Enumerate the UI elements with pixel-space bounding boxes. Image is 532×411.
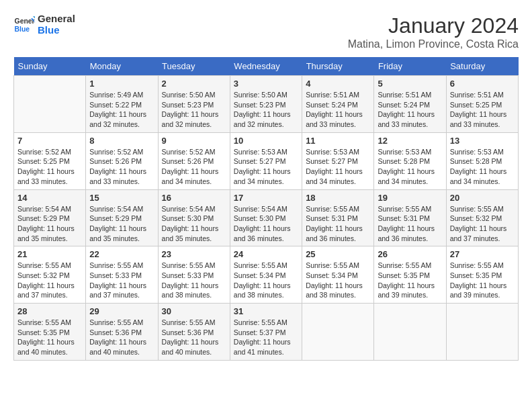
day-number: 13 (450, 136, 515, 146)
header-saturday: Saturday (446, 57, 518, 76)
calendar-header-row: SundayMondayTuesdayWednesdayThursdayFrid… (14, 57, 519, 76)
day-number: 24 (234, 249, 298, 259)
day-info: Sunrise: 5:52 AM Sunset: 5:26 PM Dayligh… (162, 147, 226, 187)
calendar-cell: 1Sunrise: 5:49 AM Sunset: 5:22 PM Daylig… (86, 76, 158, 133)
calendar-cell: 13Sunrise: 5:53 AM Sunset: 5:28 PM Dayli… (446, 132, 518, 189)
logo-line1: General (38, 13, 75, 25)
day-info: Sunrise: 5:54 AM Sunset: 5:29 PM Dayligh… (17, 204, 82, 244)
header-thursday: Thursday (302, 57, 374, 76)
page-title: January 2024 (348, 13, 519, 38)
day-number: 25 (306, 249, 370, 259)
day-info: Sunrise: 5:54 AM Sunset: 5:30 PM Dayligh… (162, 204, 226, 244)
day-number: 16 (162, 193, 226, 203)
calendar-cell: 30Sunrise: 5:55 AM Sunset: 5:36 PM Dayli… (158, 304, 230, 361)
title-block: January 2024 Matina, Limon Province, Cos… (348, 13, 519, 50)
day-info: Sunrise: 5:52 AM Sunset: 5:26 PM Dayligh… (89, 147, 154, 187)
calendar-cell: 18Sunrise: 5:55 AM Sunset: 5:31 PM Dayli… (302, 189, 374, 246)
calendar-cell: 20Sunrise: 5:55 AM Sunset: 5:32 PM Dayli… (446, 189, 518, 246)
day-info: Sunrise: 5:55 AM Sunset: 5:31 PM Dayligh… (306, 204, 370, 244)
day-info: Sunrise: 5:51 AM Sunset: 5:25 PM Dayligh… (450, 90, 515, 130)
day-number: 23 (162, 249, 226, 259)
calendar-cell: 17Sunrise: 5:54 AM Sunset: 5:30 PM Dayli… (230, 189, 302, 246)
day-number: 17 (234, 193, 298, 203)
day-number: 14 (17, 193, 82, 203)
day-info: Sunrise: 5:55 AM Sunset: 5:33 PM Dayligh… (162, 261, 226, 300)
calendar-cell (14, 76, 86, 133)
calendar-cell: 9Sunrise: 5:52 AM Sunset: 5:26 PM Daylig… (158, 132, 230, 189)
calendar-body: 1Sunrise: 5:49 AM Sunset: 5:22 PM Daylig… (14, 76, 519, 361)
day-info: Sunrise: 5:55 AM Sunset: 5:34 PM Dayligh… (306, 261, 370, 300)
calendar-cell: 11Sunrise: 5:53 AM Sunset: 5:27 PM Dayli… (302, 132, 374, 189)
calendar-cell: 27Sunrise: 5:55 AM Sunset: 5:35 PM Dayli… (446, 246, 518, 304)
day-number: 31 (234, 306, 298, 316)
week-row-5: 28Sunrise: 5:55 AM Sunset: 5:35 PM Dayli… (14, 304, 519, 361)
day-info: Sunrise: 5:53 AM Sunset: 5:28 PM Dayligh… (450, 147, 515, 187)
calendar-cell: 8Sunrise: 5:52 AM Sunset: 5:26 PM Daylig… (86, 132, 158, 189)
day-info: Sunrise: 5:55 AM Sunset: 5:36 PM Dayligh… (89, 318, 154, 357)
week-row-2: 7Sunrise: 5:52 AM Sunset: 5:25 PM Daylig… (14, 132, 519, 189)
day-number: 27 (450, 249, 515, 259)
week-row-4: 21Sunrise: 5:55 AM Sunset: 5:32 PM Dayli… (14, 246, 519, 304)
header-friday: Friday (374, 57, 446, 76)
day-number: 15 (89, 193, 154, 203)
day-info: Sunrise: 5:50 AM Sunset: 5:23 PM Dayligh… (234, 90, 298, 130)
calendar-cell: 3Sunrise: 5:50 AM Sunset: 5:23 PM Daylig… (230, 76, 302, 133)
day-number: 7 (17, 136, 82, 146)
header-sunday: Sunday (14, 57, 86, 76)
day-number: 3 (234, 79, 298, 89)
calendar-cell (446, 304, 518, 361)
day-number: 2 (162, 79, 226, 89)
calendar-cell: 24Sunrise: 5:55 AM Sunset: 5:34 PM Dayli… (230, 246, 302, 304)
week-row-3: 14Sunrise: 5:54 AM Sunset: 5:29 PM Dayli… (14, 189, 519, 246)
day-number: 20 (450, 193, 515, 203)
calendar-cell: 16Sunrise: 5:54 AM Sunset: 5:30 PM Dayli… (158, 189, 230, 246)
day-info: Sunrise: 5:53 AM Sunset: 5:27 PM Dayligh… (306, 147, 370, 187)
calendar-cell (374, 304, 446, 361)
calendar-cell: 6Sunrise: 5:51 AM Sunset: 5:25 PM Daylig… (446, 76, 518, 133)
day-number: 10 (234, 136, 298, 146)
calendar-cell: 2Sunrise: 5:50 AM Sunset: 5:23 PM Daylig… (158, 76, 230, 133)
day-number: 28 (17, 306, 82, 316)
day-number: 21 (17, 249, 82, 259)
calendar-table: SundayMondayTuesdayWednesdayThursdayFrid… (13, 57, 519, 361)
day-info: Sunrise: 5:55 AM Sunset: 5:37 PM Dayligh… (234, 318, 298, 357)
day-info: Sunrise: 5:51 AM Sunset: 5:24 PM Dayligh… (378, 90, 442, 130)
day-info: Sunrise: 5:55 AM Sunset: 5:33 PM Dayligh… (89, 261, 154, 300)
logo: General Blue General Blue (13, 13, 75, 36)
calendar-cell: 12Sunrise: 5:53 AM Sunset: 5:28 PM Dayli… (374, 132, 446, 189)
day-number: 1 (89, 79, 154, 89)
day-info: Sunrise: 5:55 AM Sunset: 5:32 PM Dayligh… (17, 261, 82, 300)
calendar-cell: 5Sunrise: 5:51 AM Sunset: 5:24 PM Daylig… (374, 76, 446, 133)
day-number: 12 (378, 136, 442, 146)
calendar-cell (302, 304, 374, 361)
logo-icon: General Blue (13, 14, 35, 36)
day-info: Sunrise: 5:51 AM Sunset: 5:24 PM Dayligh… (306, 90, 370, 130)
day-number: 9 (162, 136, 226, 146)
day-info: Sunrise: 5:55 AM Sunset: 5:36 PM Dayligh… (162, 318, 226, 357)
day-number: 5 (378, 79, 442, 89)
day-info: Sunrise: 5:54 AM Sunset: 5:29 PM Dayligh… (89, 204, 154, 244)
day-info: Sunrise: 5:53 AM Sunset: 5:28 PM Dayligh… (378, 147, 442, 187)
calendar-cell: 15Sunrise: 5:54 AM Sunset: 5:29 PM Dayli… (86, 189, 158, 246)
page-subtitle: Matina, Limon Province, Costa Rica (348, 38, 519, 50)
header-tuesday: Tuesday (158, 57, 230, 76)
calendar-cell: 14Sunrise: 5:54 AM Sunset: 5:29 PM Dayli… (14, 189, 86, 246)
day-info: Sunrise: 5:54 AM Sunset: 5:30 PM Dayligh… (234, 204, 298, 244)
calendar-cell: 19Sunrise: 5:55 AM Sunset: 5:31 PM Dayli… (374, 189, 446, 246)
calendar-cell: 29Sunrise: 5:55 AM Sunset: 5:36 PM Dayli… (86, 304, 158, 361)
day-number: 6 (450, 79, 515, 89)
day-number: 30 (162, 306, 226, 316)
calendar-cell: 28Sunrise: 5:55 AM Sunset: 5:35 PM Dayli… (14, 304, 86, 361)
day-number: 18 (306, 193, 370, 203)
day-number: 29 (89, 306, 154, 316)
calendar-cell: 22Sunrise: 5:55 AM Sunset: 5:33 PM Dayli… (86, 246, 158, 304)
day-info: Sunrise: 5:55 AM Sunset: 5:35 PM Dayligh… (450, 261, 515, 300)
day-number: 22 (89, 249, 154, 259)
day-info: Sunrise: 5:53 AM Sunset: 5:27 PM Dayligh… (234, 147, 298, 187)
header-monday: Monday (86, 57, 158, 76)
day-info: Sunrise: 5:55 AM Sunset: 5:32 PM Dayligh… (450, 204, 515, 244)
day-number: 8 (89, 136, 154, 146)
week-row-1: 1Sunrise: 5:49 AM Sunset: 5:22 PM Daylig… (14, 76, 519, 133)
day-info: Sunrise: 5:55 AM Sunset: 5:31 PM Dayligh… (378, 204, 442, 244)
calendar-cell: 10Sunrise: 5:53 AM Sunset: 5:27 PM Dayli… (230, 132, 302, 189)
